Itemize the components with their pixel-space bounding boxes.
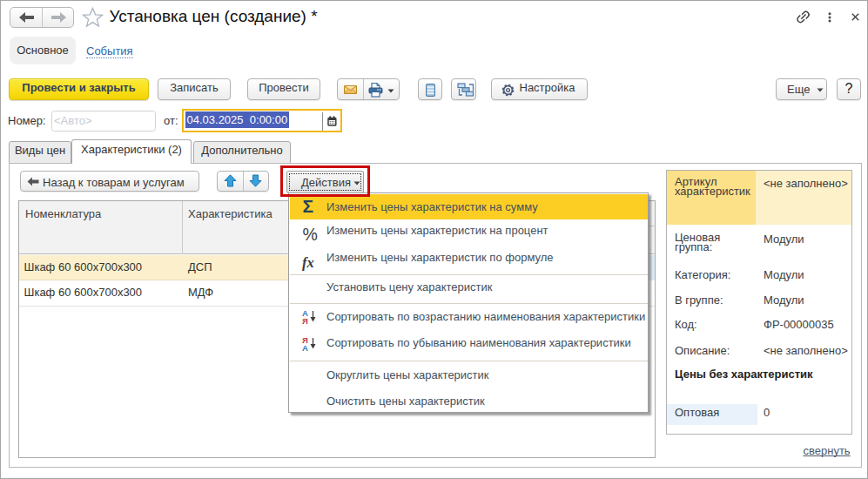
- svg-text:А: А: [302, 343, 308, 352]
- svg-text:Я: Я: [302, 316, 308, 325]
